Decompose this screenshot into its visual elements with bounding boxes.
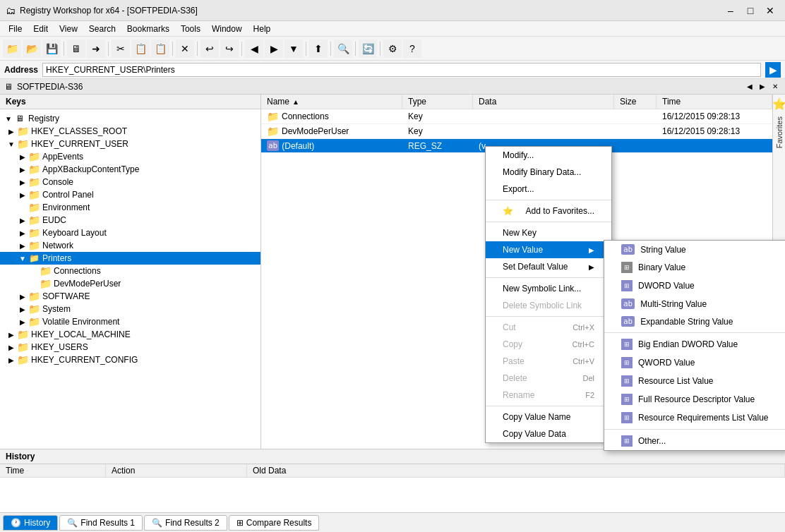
menu-tools[interactable]: Tools: [175, 23, 206, 35]
expand-icon[interactable]: ▶: [17, 240, 28, 251]
ctx-new-value[interactable]: New Value ▶: [486, 241, 611, 258]
menu-edit[interactable]: Edit: [28, 23, 54, 35]
tb-search[interactable]: 🔍: [334, 40, 352, 58]
tree-item-console[interactable]: ▶ 📁 Console: [0, 176, 260, 188]
expand-icon[interactable]: ▶: [17, 303, 28, 315]
expand-icon[interactable]: ▶: [17, 227, 28, 238]
tb-delete[interactable]: ✕: [176, 40, 194, 58]
tree-item-printers[interactable]: ▼ 📁 Printers: [0, 252, 260, 265]
expand-icon[interactable]: ▶: [17, 291, 28, 302]
col-time[interactable]: Time: [657, 95, 772, 109]
tb-paste[interactable]: 📋: [151, 40, 169, 58]
menu-window[interactable]: Window: [206, 23, 248, 35]
tb-forward2[interactable]: ▶: [265, 40, 283, 58]
tree-item-system[interactable]: ▶ 📁 System: [0, 303, 260, 315]
sub-qword-value[interactable]: ⊞ QWORD Value: [604, 353, 785, 372]
tab-find2[interactable]: 🔍 Find Results 2: [144, 515, 227, 531]
address-go[interactable]: ▶: [765, 62, 781, 78]
sub-string-value[interactable]: ab String Value: [604, 241, 785, 258]
expand-icon[interactable]: ▶: [6, 341, 17, 353]
expand-icon[interactable]: ▶: [17, 316, 28, 327]
col-data[interactable]: Data: [473, 95, 614, 109]
tb-undo[interactable]: ↩: [200, 40, 219, 58]
tb-up[interactable]: ⬆: [309, 40, 328, 58]
expand-icon[interactable]: ▶: [6, 126, 17, 137]
menu-search[interactable]: Search: [83, 23, 121, 35]
expand-icon[interactable]: ▼: [6, 138, 17, 150]
sub-full-resource[interactable]: ⊞ Full Resource Descriptor Value: [604, 390, 785, 409]
ctx-modify[interactable]: Modify...: [486, 147, 611, 164]
ctx-copy-data[interactable]: Copy Value Data: [486, 425, 611, 442]
tab-find1[interactable]: 🔍 Find Results 1: [59, 515, 143, 531]
address-input[interactable]: [42, 63, 761, 77]
tb-back[interactable]: ◀: [245, 40, 263, 58]
tb-open[interactable]: 📂: [23, 40, 41, 58]
col-size[interactable]: Size: [614, 95, 657, 109]
list-row-devmode[interactable]: 📁 DevModePerUser Key 16/12/2015 09:28:13: [261, 124, 772, 139]
tree-item-current-config[interactable]: ▶ 📁 HKEY_CURRENT_CONFIG: [0, 353, 260, 366]
tree-pane[interactable]: ▼ 🖥 Registry ▶ 📁 HKEY_CLASSES_ROOT ▼ 📁 H…: [0, 109, 261, 449]
tree-item-connections[interactable]: 📁 Connections: [0, 265, 260, 277]
sub-resource-req[interactable]: ⊞ Resource Requirements List Value: [604, 409, 785, 427]
tree-item-eudc[interactable]: ▶ 📁 EUDC: [0, 214, 260, 226]
tb-new-key[interactable]: 📁: [3, 40, 21, 58]
expand-icon[interactable]: ▶: [6, 354, 17, 365]
tree-item-software[interactable]: ▶ 📁 SOFTWARE: [0, 290, 260, 303]
tb-help[interactable]: ?: [403, 40, 421, 58]
tree-item-control-panel[interactable]: ▶ 📁 Control Panel: [0, 188, 260, 201]
sub-dword-value[interactable]: ⊞ DWORD Value: [604, 277, 785, 295]
sub-other[interactable]: ⊞ Other...: [604, 432, 785, 450]
expand-icon[interactable]: ▶: [17, 189, 28, 200]
titlebar-controls[interactable]: – □ ✕: [721, 4, 779, 18]
tab-compare[interactable]: ⊞ Compare Results: [229, 515, 320, 531]
tab-history[interactable]: 🕐 History: [3, 515, 58, 531]
panel-close-icon[interactable]: ✕: [769, 81, 781, 92]
expand-icon[interactable]: ▼: [17, 253, 28, 264]
tree-item-classes-root[interactable]: ▶ 📁 HKEY_CLASSES_ROOT: [0, 125, 260, 138]
tree-item-environment[interactable]: 📁 Environment: [0, 201, 260, 214]
panel-nav-left[interactable]: ◀: [744, 81, 755, 92]
menu-view[interactable]: View: [54, 23, 83, 35]
tb-more[interactable]: ▼: [284, 40, 303, 58]
tree-item-volatile[interactable]: ▶ 📁 Volatile Environment: [0, 315, 260, 328]
tree-item-users[interactable]: ▶ 📁 HKEY_USERS: [0, 341, 260, 353]
tree-item-registry[interactable]: ▼ 🖥 Registry: [0, 112, 260, 125]
tb-connect[interactable]: 🖥: [67, 40, 85, 58]
ctx-set-default[interactable]: Set Default Value ▶: [486, 258, 611, 275]
ctx-new-key[interactable]: New Key: [486, 224, 611, 241]
expand-icon[interactable]: ▶: [17, 151, 28, 162]
close-button[interactable]: ✕: [761, 4, 779, 18]
tree-item-appevents[interactable]: ▶ 📁 AppEvents: [0, 150, 260, 163]
expand-icon[interactable]: ▶: [17, 214, 28, 226]
list-row-connections[interactable]: 📁 Connections Key 16/12/2015 09:28:13: [261, 109, 772, 124]
menu-help[interactable]: Help: [248, 23, 277, 35]
col-type[interactable]: Type: [402, 95, 473, 109]
tb-save[interactable]: 💾: [42, 40, 61, 58]
sub-multistring-value[interactable]: ab Multi-String Value: [604, 295, 785, 313]
tb-copy[interactable]: 📋: [131, 40, 150, 58]
minimize-button[interactable]: –: [721, 4, 740, 18]
sub-expand-string-value[interactable]: ab Expandable String Value: [604, 313, 785, 330]
expand-icon[interactable]: ▶: [17, 176, 28, 188]
expand-icon[interactable]: ▼: [3, 113, 14, 124]
tree-item-local-machine[interactable]: ▶ 📁 HKEY_LOCAL_MACHINE: [0, 328, 260, 341]
tree-item-appx[interactable]: ▶ 📁 AppXBackupContentType: [0, 163, 260, 176]
expand-icon[interactable]: ▶: [6, 329, 17, 340]
tb-cut[interactable]: ✂: [112, 40, 130, 58]
ctx-export[interactable]: Export...: [486, 181, 611, 198]
tb-refresh[interactable]: 🔄: [359, 40, 377, 58]
tree-item-current-user[interactable]: ▼ 📁 HKEY_CURRENT_USER: [0, 138, 260, 150]
menu-file[interactable]: File: [3, 23, 28, 35]
tb-settings[interactable]: ⚙: [383, 40, 402, 58]
panel-nav-right[interactable]: ▶: [757, 81, 768, 92]
menu-bookmarks[interactable]: Bookmarks: [121, 23, 175, 35]
ctx-modify-binary[interactable]: Modify Binary Data...: [486, 164, 611, 181]
tb-redo[interactable]: ↪: [220, 40, 239, 58]
expand-icon[interactable]: ▶: [17, 164, 28, 175]
maximize-button[interactable]: □: [741, 4, 760, 18]
ctx-new-symlink[interactable]: New Symbolic Link...: [486, 280, 611, 297]
tree-item-devmode[interactable]: 📁 DevModePerUser: [0, 277, 260, 290]
sub-big-endian-dword[interactable]: ⊞ Big Endian DWORD Value: [604, 335, 785, 353]
col-name[interactable]: Name ▲: [261, 95, 402, 109]
ctx-copy-name[interactable]: Copy Value Name: [486, 409, 611, 425]
